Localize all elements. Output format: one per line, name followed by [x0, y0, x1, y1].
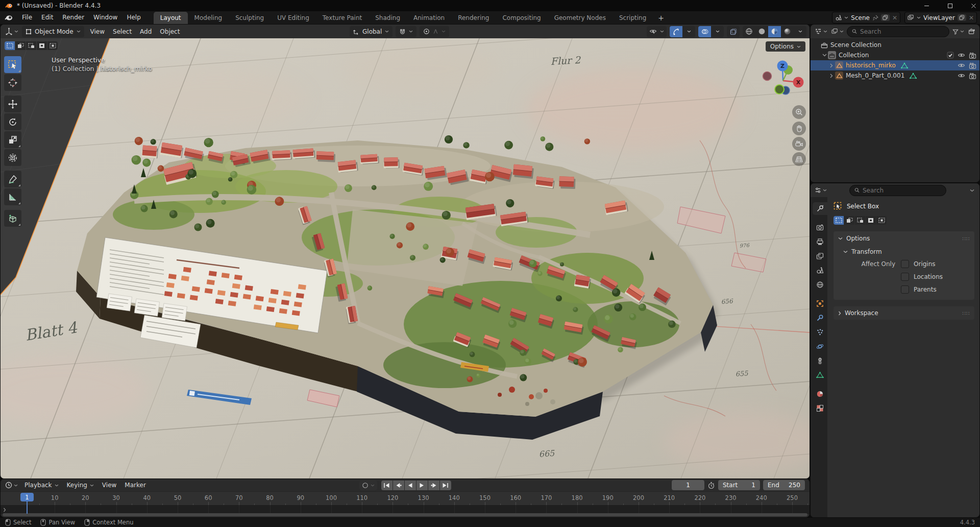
disclosure-open-icon[interactable]: [821, 54, 828, 57]
outliner-filter-dropdown[interactable]: [951, 29, 965, 35]
disable-in-renders-toggle[interactable]: [969, 73, 976, 79]
tab-modeling[interactable]: Modeling: [188, 12, 229, 24]
gizmo-negy-ball[interactable]: [775, 85, 784, 94]
properties-search-input[interactable]: [863, 187, 941, 194]
tab-rendering[interactable]: Rendering: [451, 12, 496, 24]
outliner-search-input[interactable]: [860, 28, 944, 35]
tool-add-cube[interactable]: [4, 210, 21, 227]
channels-expand-icon[interactable]: [3, 508, 7, 512]
auto-keying-toggle[interactable]: [359, 481, 377, 490]
object-name[interactable]: Scene Collection: [830, 41, 881, 49]
properties-tab-render[interactable]: [813, 221, 827, 234]
outliner-row-collection[interactable]: Collection: [811, 50, 979, 60]
gizmo-dropdown[interactable]: [682, 26, 695, 37]
outliner-search[interactable]: [847, 26, 949, 37]
properties-tab-particles[interactable]: [813, 326, 827, 339]
next-keyframe-button[interactable]: [428, 481, 439, 490]
hide-in-viewport-toggle[interactable]: [958, 62, 965, 68]
tab-animation[interactable]: Animation: [407, 12, 451, 24]
frame-end-field[interactable]: End 250: [763, 480, 805, 490]
xray-toggle[interactable]: [727, 26, 740, 37]
tool-annotate[interactable]: [4, 171, 21, 187]
tab-uv-editing[interactable]: UV Editing: [271, 12, 316, 24]
select-mode-new[interactable]: [834, 216, 844, 225]
workspace-panel[interactable]: Workspace ∷∷: [834, 306, 974, 320]
hide-in-viewport-toggle[interactable]: [958, 73, 965, 79]
prev-keyframe-button[interactable]: [393, 481, 404, 490]
disable-in-renders-toggle[interactable]: [969, 52, 976, 59]
remove-viewlayer-button[interactable]: ✕: [969, 14, 974, 21]
panel-drag-handle[interactable]: ∷∷: [962, 310, 970, 316]
options-panel-title[interactable]: Options: [846, 235, 870, 242]
timeline-editor-type-button[interactable]: [4, 482, 19, 489]
tab-layout[interactable]: Layout: [154, 12, 188, 24]
properties-tab-data[interactable]: [813, 369, 827, 381]
select-mode-extend[interactable]: [15, 41, 26, 50]
tab-geometry-nodes[interactable]: Geometry Nodes: [548, 12, 612, 24]
pin-icon[interactable]: [872, 15, 878, 21]
play-button[interactable]: [416, 481, 428, 490]
properties-tab-physics[interactable]: [813, 340, 827, 353]
properties-tab-tool[interactable]: [813, 202, 827, 215]
jump-end-button[interactable]: [440, 481, 451, 490]
tool-move[interactable]: [4, 95, 21, 112]
tab-scripting[interactable]: Scripting: [612, 12, 653, 24]
object-name[interactable]: Mesh_0_Part_0.001: [846, 72, 904, 79]
menu-window[interactable]: Window: [89, 11, 122, 24]
current-frame-field[interactable]: 1: [672, 480, 704, 490]
timeline-menu-marker[interactable]: Marker: [120, 482, 150, 489]
tool-rotate[interactable]: [4, 113, 21, 130]
mode-dropdown[interactable]: Object Mode: [22, 26, 84, 37]
outliner-row-historisch-mirko[interactable]: historisch_mirko: [811, 60, 979, 70]
tool-options-dropdown[interactable]: Options: [766, 41, 805, 52]
outliner-row-scene-collection[interactable]: Scene Collection: [811, 40, 979, 50]
viewlayer-selector[interactable]: ViewLayer ✕: [904, 12, 977, 23]
properties-editor-type-button[interactable]: [814, 187, 828, 194]
tool-cursor[interactable]: [4, 74, 21, 91]
navigation-gizmo[interactable]: Z X: [759, 52, 810, 103]
properties-options-dropdown[interactable]: [968, 189, 976, 192]
editor-type-button[interactable]: [4, 28, 20, 35]
shading-rendered-button[interactable]: [781, 26, 794, 37]
tool-measure[interactable]: [4, 188, 21, 205]
minimize-button[interactable]: [915, 0, 938, 11]
jump-start-button[interactable]: [381, 481, 393, 490]
select-mode-subtract[interactable]: [855, 216, 865, 225]
disable-in-renders-toggle[interactable]: [969, 62, 976, 69]
select-mode-invert[interactable]: [866, 216, 876, 225]
properties-search[interactable]: [849, 185, 946, 196]
tab-shading[interactable]: Shading: [369, 12, 407, 24]
viewport-canvas[interactable]: Flur 2 Blatt 4 663664665668655656976: [1, 38, 810, 478]
timeline-menu-playback[interactable]: Playback: [20, 482, 63, 489]
menu-render[interactable]: Render: [58, 11, 89, 24]
disclosure-closed-icon[interactable]: [828, 63, 835, 68]
blender-menu-button[interactable]: [0, 14, 17, 21]
transform-section-title[interactable]: Transform: [851, 248, 882, 255]
transform-orientation-dropdown[interactable]: Global: [350, 26, 393, 37]
playhead-badge[interactable]: 1: [20, 493, 34, 501]
play-reverse-button[interactable]: [405, 481, 416, 490]
timeline-menu-keying[interactable]: Keying: [63, 482, 98, 489]
maximize-button[interactable]: [938, 0, 962, 11]
hide-in-viewport-toggle[interactable]: [958, 52, 965, 58]
tool-transform[interactable]: [4, 149, 21, 166]
properties-tab-world[interactable]: [813, 278, 827, 291]
shading-material-button[interactable]: [768, 26, 781, 37]
shading-wireframe-button[interactable]: [743, 26, 755, 37]
viewport-menu-view[interactable]: View: [86, 28, 109, 35]
select-mode-invert[interactable]: [37, 41, 47, 50]
snap-dropdown[interactable]: [396, 26, 416, 37]
checkbox-parents[interactable]: [901, 285, 909, 294]
frame-start-field[interactable]: Start 1: [718, 480, 760, 490]
pan-hand-button[interactable]: [792, 122, 806, 135]
tab-compositing[interactable]: Compositing: [496, 12, 547, 24]
overlays-dropdown[interactable]: [711, 26, 724, 37]
exclude-checkbox[interactable]: [947, 52, 954, 59]
viewport-menu-select[interactable]: Select: [109, 28, 136, 35]
perspective-toggle-button[interactable]: [792, 152, 806, 166]
selectability-visibility-dropdown[interactable]: [647, 26, 667, 37]
tab-texture-paint[interactable]: Texture Paint: [316, 12, 369, 24]
disclosure-closed-icon[interactable]: [828, 74, 835, 78]
properties-tab-view-layer[interactable]: [813, 250, 827, 262]
outliner-display-mode-dropdown[interactable]: [814, 28, 828, 35]
